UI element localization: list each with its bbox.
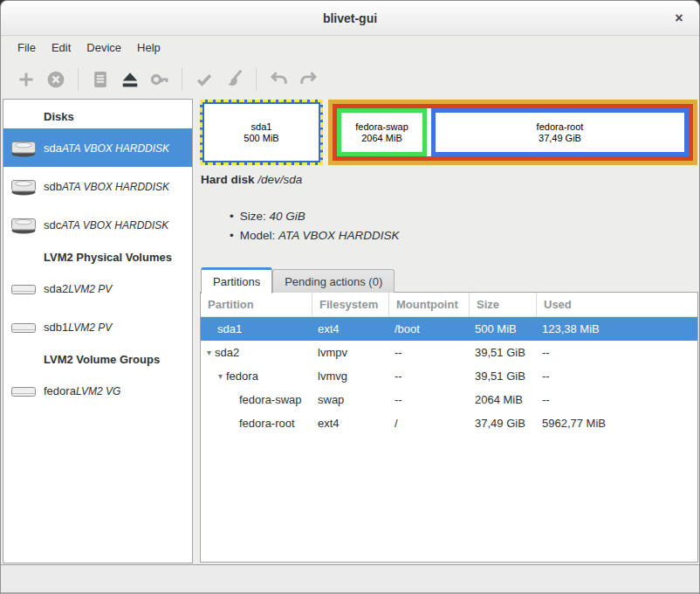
- tab-pending-actions[interactable]: Pending actions (0): [272, 269, 395, 293]
- bullet-icon: •: [230, 210, 234, 223]
- device-heading: Hard disk /dev/sda: [201, 173, 302, 186]
- device-description: LVM2 PV: [68, 321, 112, 334]
- expander-icon[interactable]: ▾: [203, 341, 215, 364]
- cell-size: 2064 MiB: [470, 388, 537, 411]
- menu-file[interactable]: File: [10, 38, 44, 58]
- col-used[interactable]: Used: [537, 293, 697, 316]
- col-filesystem[interactable]: Filesystem: [312, 293, 389, 316]
- sidebar-item-sda[interactable]: sdaATA VBOX HARDDISK: [3, 128, 192, 167]
- apply-check-icon[interactable]: [194, 69, 215, 90]
- toolbar-separator: [256, 68, 257, 91]
- cell-partition: ▾fedora: [201, 364, 312, 388]
- harddisk-icon: [3, 176, 44, 197]
- partitions-table: Partition Filesystem Mountpoint Size Use…: [200, 292, 698, 563]
- cell-size: 37,49 GiB: [470, 411, 537, 435]
- notebook-tabs: Partitions Pending actions (0): [201, 266, 395, 293]
- menubar: File Edit Device Help: [1, 36, 699, 59]
- cell-size: 39,51 GiB: [470, 364, 537, 388]
- cell-size: 39,51 GiB: [470, 341, 537, 364]
- table-row-fedora-root[interactable]: fedora-root ext4 / 37,49 GiB 5962,77 MiB: [201, 411, 697, 435]
- harddisk-icon: [3, 137, 44, 158]
- cell-filesystem: ext4: [312, 411, 389, 435]
- key-decrypt-icon[interactable]: [149, 69, 170, 90]
- device-name: sda: [44, 142, 62, 155]
- titlebar: blivet-gui ×: [1, 1, 699, 36]
- cell-used: --: [537, 364, 697, 388]
- cell-mountpoint: --: [389, 341, 470, 364]
- cell-mountpoint: --: [389, 364, 470, 388]
- edit-document-icon[interactable]: [90, 69, 111, 90]
- cell-filesystem: swap: [312, 388, 389, 411]
- redo-icon[interactable]: [298, 69, 319, 90]
- viz-lv-size: 2064 MiB: [361, 133, 401, 144]
- volume-icon: [3, 278, 44, 299]
- toolbar: [1, 59, 699, 99]
- sidebar-section-disks: Disks: [3, 106, 192, 128]
- window-title: blivet-gui: [1, 11, 699, 25]
- viz-lv-fedora-swap[interactable]: fedora-swap 2064 MiB: [337, 108, 427, 156]
- col-partition[interactable]: Partition: [201, 293, 312, 316]
- tab-partitions[interactable]: Partitions: [201, 267, 272, 294]
- delete-icon[interactable]: [45, 69, 66, 90]
- viz-partition-size: 500 MiB: [244, 133, 278, 144]
- device-description: LVM2 PV: [68, 283, 112, 295]
- main-panel: sda1 500 MiB fedora-swap 2064 MiB fedora…: [200, 100, 699, 563]
- table-row-fedora-swap[interactable]: fedora-swap swap -- 2064 MiB --: [201, 388, 697, 411]
- volume-icon: [3, 380, 44, 401]
- table-row-sda2[interactable]: ▾sda2 lvmpv -- 39,51 GiB --: [201, 341, 697, 364]
- sidebar-section-lvm-pv: LVM2 Physical Volumes: [3, 246, 192, 269]
- menu-device[interactable]: Device: [79, 38, 129, 58]
- table-row-sda1[interactable]: sda1 ext4 /boot 500 MiB 123,38 MiB: [201, 317, 697, 341]
- undo-icon[interactable]: [268, 69, 289, 90]
- sidebar-item-sda2[interactable]: sda2LVM2 PV: [3, 269, 192, 307]
- app-window: blivet-gui × File Edit Device Help: [0, 0, 700, 594]
- viz-partition-label: sda1: [251, 121, 272, 133]
- col-mountpoint[interactable]: Mountpoint: [389, 293, 470, 316]
- device-name: sda2: [44, 282, 68, 295]
- expander-icon[interactable]: ▾: [215, 364, 226, 388]
- cell-partition: ▾sda2: [201, 341, 312, 364]
- cell-mountpoint: --: [389, 388, 470, 411]
- sidebar-item-sdb1[interactable]: sdb1LVM2 PV: [3, 307, 192, 346]
- cell-partition: sda1: [201, 317, 312, 341]
- sidebar-item-sdc[interactable]: sdcATA VBOX HARDDISK: [3, 205, 192, 244]
- size-label: Size:: [240, 210, 270, 223]
- toolbar-separator: [78, 68, 79, 91]
- table-row-fedora[interactable]: ▾fedora lvmvg -- 39,51 GiB --: [201, 364, 697, 388]
- viz-lv-label: fedora-swap: [355, 121, 408, 133]
- device-name: sdb1: [44, 321, 68, 334]
- viz-lvm-pv-group[interactable]: fedora-swap 2064 MiB fedora-root 37,49 G…: [328, 100, 697, 165]
- cell-filesystem: lvmpv: [312, 341, 389, 364]
- menu-edit[interactable]: Edit: [44, 38, 79, 58]
- cell-used: 123,38 MiB: [537, 317, 697, 341]
- viz-volume-group: fedora-swap 2064 MiB fedora-root 37,49 G…: [333, 104, 693, 161]
- device-name: fedora: [44, 384, 76, 397]
- device-type-label: Hard disk: [201, 173, 255, 186]
- bullet-icon: •: [230, 229, 234, 242]
- cell-partition: fedora-root: [201, 411, 312, 435]
- sidebar-section-lvm-vg: LVM2 Volume Groups: [3, 349, 192, 371]
- cell-size: 500 MiB: [470, 317, 537, 341]
- device-path: /dev/sda: [257, 173, 302, 186]
- sidebar-item-sdb[interactable]: sdbATA VBOX HARDDISK: [3, 167, 192, 205]
- menu-help[interactable]: Help: [129, 38, 168, 58]
- cell-filesystem: lvmvg: [312, 364, 389, 388]
- clear-brush-icon[interactable]: [223, 69, 244, 90]
- cell-used: --: [537, 388, 697, 411]
- partition-visualization: sda1 500 MiB fedora-swap 2064 MiB fedora…: [200, 100, 697, 165]
- size-value: 40 GiB: [270, 210, 305, 223]
- add-icon[interactable]: [16, 69, 37, 90]
- statusbar: [1, 564, 699, 592]
- viz-partition-sda1[interactable]: sda1 500 MiB: [200, 100, 323, 165]
- device-model-item: •Model: ATA VBOX HARDDISK: [230, 226, 400, 245]
- device-description: ATA VBOX HARDDISK: [62, 181, 169, 193]
- device-description: ATA VBOX HARDDISK: [62, 142, 169, 155]
- cell-used: --: [537, 341, 697, 364]
- eject-unmount-icon[interactable]: [120, 69, 141, 90]
- close-icon[interactable]: ×: [669, 9, 689, 28]
- col-size[interactable]: Size: [470, 293, 537, 316]
- device-description: ATA VBOX HARDDISK: [61, 219, 168, 231]
- toolbar-separator: [182, 68, 182, 91]
- viz-lv-fedora-root[interactable]: fedora-root 37,49 GiB: [431, 108, 689, 156]
- sidebar-item-fedora[interactable]: fedoraLVM2 VG: [3, 371, 192, 410]
